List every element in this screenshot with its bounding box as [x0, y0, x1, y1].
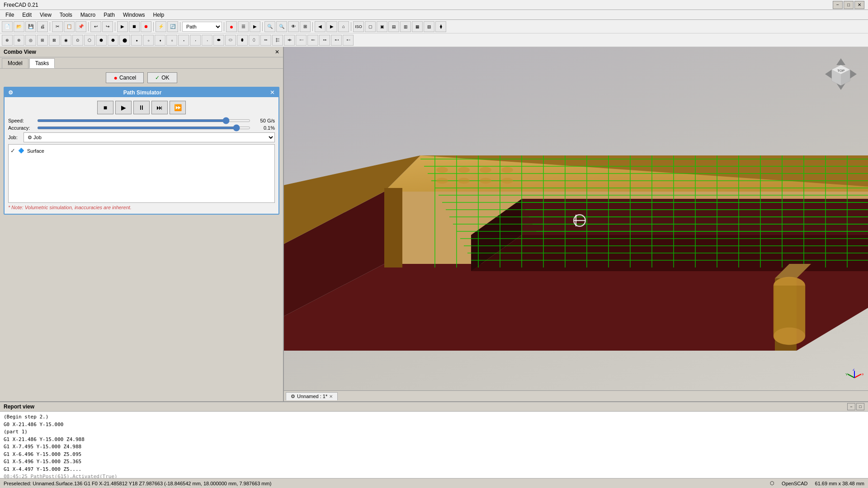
path-btn27[interactable]: ⬴	[307, 35, 318, 46]
path-btn20[interactable]: ⬭	[225, 35, 236, 46]
tab-tasks[interactable]: Tasks	[29, 58, 55, 68]
speed-slider[interactable]	[37, 119, 250, 122]
path-btn2[interactable]: ⊗	[14, 35, 24, 46]
view-front-btn[interactable]: ▢	[365, 21, 376, 32]
path-btn18[interactable]: ⬫	[202, 35, 212, 46]
copy-button[interactable]: 📋	[64, 21, 75, 32]
path-btn24[interactable]: ⬱	[272, 35, 283, 46]
workbench-select[interactable]: Path Part Design Sketcher	[182, 22, 222, 32]
nav-cube[interactable]: TOP	[823, 56, 859, 92]
path-btn8[interactable]: ⬡	[84, 35, 95, 46]
path-btn1[interactable]: ⊕	[2, 35, 13, 46]
path-btn4[interactable]: ⊞	[37, 35, 48, 46]
path-btn23[interactable]: ⬰	[260, 35, 271, 46]
main-area: Combo View ✕ Model Tasks ● Cancel ✓ OK	[0, 47, 868, 401]
view-top-btn[interactable]: ▣	[377, 21, 387, 32]
path-btn13[interactable]: ⬦	[143, 35, 154, 46]
report-minimize-btn[interactable]: −	[847, 403, 855, 410]
menu-edit[interactable]: Edit	[19, 11, 35, 19]
view-bottom-btn[interactable]: ▧	[424, 21, 434, 32]
view-left-btn[interactable]: ▥	[400, 21, 411, 32]
view-persp-btn[interactable]: ⧫	[435, 21, 446, 32]
play-btn2[interactable]: ▶	[250, 21, 260, 32]
fwd-btn[interactable]: ▶	[326, 21, 337, 32]
zoom-fit-btn[interactable]: 🔍	[264, 21, 275, 32]
play-button[interactable]: ▶	[115, 101, 132, 114]
save-button[interactable]: 💾	[25, 21, 36, 32]
path-btn19[interactable]: ⬬	[213, 35, 224, 46]
fast-forward-button[interactable]: ⏩	[170, 101, 186, 114]
open-button[interactable]: 📂	[14, 21, 24, 32]
refresh-button[interactable]: 🔄	[167, 21, 178, 32]
path-btn22[interactable]: ⬯	[249, 35, 259, 46]
menu-path[interactable]: Path	[100, 11, 118, 19]
path-btn5[interactable]: ⊠	[49, 35, 60, 46]
report-maximize-btn[interactable]: □	[856, 403, 864, 410]
path-btn10[interactable]: ⬣	[108, 35, 118, 46]
pause-button[interactable]: ⏸	[133, 101, 150, 114]
path-btn30[interactable]: ⬷	[343, 35, 354, 46]
bottom-area: Report view − □ (Begin step 2.) G0 X-21.…	[0, 401, 868, 478]
view-iso-btn[interactable]: ISO	[353, 21, 364, 32]
menu-macro[interactable]: Macro	[77, 11, 99, 19]
path-btn15[interactable]: ⬨	[166, 35, 177, 46]
back-btn[interactable]: ◀	[315, 21, 326, 32]
zoom-btn2[interactable]: 🔍	[276, 21, 287, 32]
menu-tools[interactable]: Tools	[56, 11, 76, 19]
viewport-tab-main[interactable]: ⚙ Unnamed : 1* ✕	[286, 392, 338, 400]
step-button[interactable]: ⏭	[151, 101, 168, 114]
record-macro-btn[interactable]: ●	[226, 21, 237, 32]
viewport[interactable]: TOP X Y Z ⚙ Unnamed : 1* ✕	[284, 47, 868, 401]
accuracy-slider[interactable]	[37, 127, 250, 129]
print-button[interactable]: 🖨	[37, 21, 48, 32]
menu-windows[interactable]: Windows	[119, 11, 149, 19]
path-btn14[interactable]: ⬧	[155, 35, 165, 46]
path-btn28[interactable]: ⬵	[319, 35, 330, 46]
path-btn12[interactable]: ⬥	[131, 35, 142, 46]
execute-button[interactable]: ⚡	[156, 21, 166, 32]
path-btn21[interactable]: ⬮	[237, 35, 248, 46]
home-btn[interactable]: ⌂	[338, 21, 349, 32]
path-btn17[interactable]: ⬪	[190, 35, 201, 46]
path-btn16[interactable]: ⬩	[178, 35, 189, 46]
viewport-tab-close[interactable]: ✕	[329, 394, 333, 399]
tab-model[interactable]: Model	[2, 58, 28, 68]
macro-stop-button[interactable]: ⏹	[129, 21, 140, 32]
macro-button[interactable]: ▶	[117, 21, 128, 32]
task-panel-btn[interactable]: ☰	[238, 21, 249, 32]
view-right-btn[interactable]: ▤	[388, 21, 399, 32]
menu-file[interactable]: File	[2, 11, 18, 19]
menu-view[interactable]: View	[36, 11, 55, 19]
viewport-tab-label: Unnamed : 1*	[297, 394, 327, 399]
combo-view-close[interactable]: ✕	[275, 49, 279, 55]
redo-button[interactable]: ↪	[102, 21, 113, 32]
new-button[interactable]: 📄	[2, 21, 13, 32]
path-sim-close-btn[interactable]: ✕	[270, 89, 275, 96]
macro-record-button[interactable]: ⏺	[141, 21, 151, 32]
app-title: FreeCAD 0.21	[4, 2, 38, 8]
view-rear-btn[interactable]: ▦	[412, 21, 423, 32]
path-btn25[interactable]: ⬲	[284, 35, 295, 46]
view-btn2[interactable]: ⊞	[300, 21, 311, 32]
path-btn11[interactable]: ⬤	[119, 35, 130, 46]
minimize-button[interactable]: −	[833, 1, 843, 9]
cut-button[interactable]: ✂	[52, 21, 63, 32]
path-btn26[interactable]: ⬳	[296, 35, 307, 46]
window-controls[interactable]: − □ ✕	[833, 1, 864, 9]
ok-button[interactable]: ✓ OK	[147, 72, 177, 83]
menu-help[interactable]: Help	[150, 11, 168, 19]
path-btn3[interactable]: ◎	[25, 35, 36, 46]
report-content[interactable]: (Begin step 2.) G0 X-21.486 Y-15.000 (pa…	[0, 412, 868, 478]
stop-button[interactable]: ■	[97, 101, 113, 114]
close-button[interactable]: ✕	[854, 1, 864, 9]
job-select[interactable]: ⚙ Job	[24, 132, 275, 142]
cancel-button[interactable]: ● Cancel	[106, 72, 144, 83]
path-btn9[interactable]: ⬢	[96, 35, 107, 46]
view-btn1[interactable]: 👁	[288, 21, 299, 32]
undo-button[interactable]: ↩	[90, 21, 101, 32]
path-btn29[interactable]: ⬶	[331, 35, 342, 46]
paste-button[interactable]: 📌	[75, 21, 86, 32]
maximize-button[interactable]: □	[844, 1, 854, 9]
path-btn6[interactable]: ◉	[61, 35, 71, 46]
path-btn7[interactable]: ⊙	[72, 35, 83, 46]
